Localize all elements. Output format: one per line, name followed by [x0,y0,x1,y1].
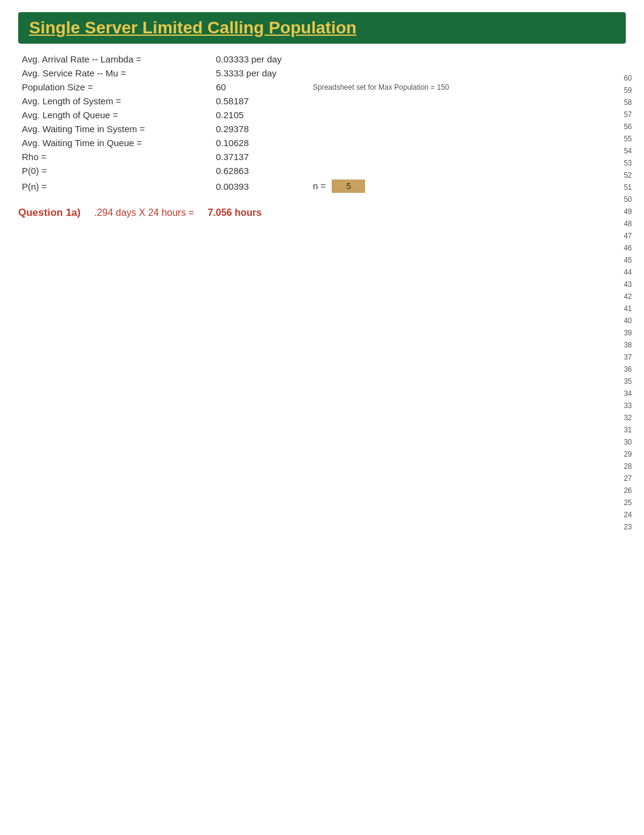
row-number: 38 [624,340,632,352]
row-number: 31 [624,424,632,437]
row-number: 51 [624,182,632,194]
row-number: 53 [624,158,632,170]
row-number: 37 [624,352,632,364]
row-number: 48 [624,218,632,230]
table-row: Avg. Arrival Rate -- Lambda = 0.03333 pe… [18,52,626,66]
param-value-avg-wait-system: 0.29378 [212,122,309,136]
param-note-avg-length-system [309,94,626,108]
row-number: 52 [624,170,632,182]
param-value-population: 60 [212,80,309,94]
param-label-mu: Avg. Service Rate -- Mu = [18,66,212,80]
row-number: 36 [624,364,632,376]
row-number: 47 [624,230,632,243]
table-row: Avg. Length of Queue = 0.2105 [18,108,626,122]
row-number: 39 [624,327,632,340]
question-answer: 7.056 hours [207,207,261,218]
param-note-lambda [309,52,626,66]
row-number: 59 [624,85,632,97]
table-row: Population Size = 60 Spreadsheet set for… [18,80,626,94]
row-number: 50 [624,194,632,206]
table-row: Avg. Service Rate -- Mu = 5.3333 per day [18,66,626,80]
row-number: 23 [624,521,632,534]
param-note-avg-length-queue [309,108,626,122]
row-number: 54 [624,146,632,158]
param-note-population: Spreadsheet set for Max Population = 150 [309,80,626,94]
param-label-avg-length-queue: Avg. Length of Queue = [18,108,212,122]
param-label-pn: P(n) = [18,178,212,195]
row-number: 29 [624,449,632,461]
row-number: 34 [624,388,632,400]
row-number: 55 [624,133,632,146]
table-row: Avg. Waiting Time in System = 0.29378 [18,122,626,136]
param-note-mu [309,66,626,80]
table-row: Rho = 0.37137 [18,150,626,164]
table-row-pn: P(n) = 0.00393 n = 5 [18,178,626,195]
n-label: n = [313,181,326,191]
param-label-population: Population Size = [18,80,212,94]
param-value-avg-wait-queue: 0.10628 [212,136,309,150]
table-row: P(0) = 0.62863 [18,164,626,178]
param-label-avg-wait-system: Avg. Waiting Time in System = [18,122,212,136]
param-label-rho: Rho = [18,150,212,164]
row-number: 27 [624,473,632,485]
row-number: 40 [624,315,632,327]
param-value-lambda: 0.03333 per day [212,52,309,66]
param-label-avg-length-system: Avg. Length of System = [18,94,212,108]
param-note-pn: n = 5 [309,178,626,195]
row-number: 60 [624,73,632,85]
row-number: 24 [624,509,632,521]
row-number: 44 [624,267,632,279]
param-note-avg-wait-system [309,122,626,136]
param-value-pn: 0.00393 [212,178,309,195]
n-value-display[interactable]: 5 [332,179,365,193]
row-number: 43 [624,279,632,291]
row-number: 33 [624,400,632,412]
param-value-avg-length-system: 0.58187 [212,94,309,108]
row-number: 45 [624,255,632,267]
row-number: 26 [624,485,632,497]
question-section: Question 1a) .294 days X 24 hours = 7.05… [18,207,626,219]
page-title: Single Server Limited Calling Population [18,12,626,44]
params-table: Avg. Arrival Rate -- Lambda = 0.03333 pe… [18,52,626,195]
row-number: 42 [624,291,632,303]
param-note-p0 [309,164,626,178]
table-row: Avg. Waiting Time in Queue = 0.10628 [18,136,626,150]
row-number: 49 [624,206,632,218]
param-value-mu: 5.3333 per day [212,66,309,80]
row-number: 58 [624,97,632,109]
row-number: 57 [624,109,632,121]
row-number: 30 [624,437,632,449]
row-number: 46 [624,243,632,255]
row-numbers-column: 6059585756555453525150494847464544434241… [624,73,632,534]
param-note-rho [309,150,626,164]
table-row: Avg. Length of System = 0.58187 [18,94,626,108]
param-value-avg-length-queue: 0.2105 [212,108,309,122]
question-label: Question 1a) [18,207,81,218]
param-label-avg-wait-queue: Avg. Waiting Time in Queue = [18,136,212,150]
row-number: 32 [624,412,632,424]
row-number: 56 [624,121,632,133]
row-number: 41 [624,303,632,315]
param-label-p0: P(0) = [18,164,212,178]
param-value-rho: 0.37137 [212,150,309,164]
param-value-p0: 0.62863 [212,164,309,178]
param-label-lambda: Avg. Arrival Rate -- Lambda = [18,52,212,66]
question-text: .294 days X 24 hours = [94,207,194,218]
row-number: 25 [624,497,632,509]
row-number: 28 [624,461,632,473]
param-note-avg-wait-queue [309,136,626,150]
row-number: 35 [624,376,632,388]
